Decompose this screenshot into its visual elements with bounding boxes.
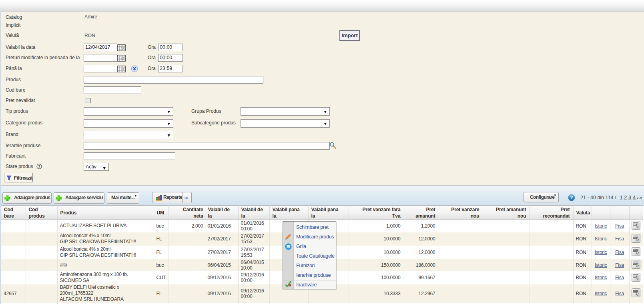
- svg-text:?: ?: [38, 164, 40, 168]
- svg-text:?: ?: [570, 195, 573, 200]
